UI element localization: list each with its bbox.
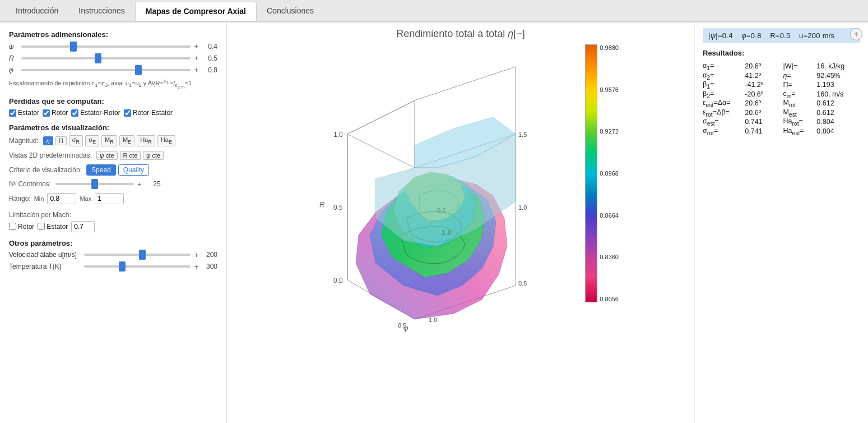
vista-r[interactable]: R cte xyxy=(120,151,141,160)
svg-text:1.5: 1.5 xyxy=(518,131,527,138)
visualizacion-title: Parámetros de visualización: xyxy=(9,123,217,132)
mach-value-input[interactable] xyxy=(71,221,95,232)
cb-mach-estator-input[interactable] xyxy=(38,223,45,230)
phi-slider[interactable] xyxy=(21,69,191,71)
vistas-row: Vistas 2D predeterminadas: ψ cte R cte φ… xyxy=(9,151,217,160)
tab-instrucciones[interactable]: Instrucciones xyxy=(68,2,134,20)
mag-btn-sigr[interactable]: σR xyxy=(69,135,83,146)
tab-conclusiones[interactable]: Conclusiones xyxy=(257,2,324,20)
cb-rotor-input[interactable] xyxy=(43,109,50,117)
cb-rotor[interactable]: Rotor xyxy=(43,109,68,117)
r-slider[interactable] xyxy=(21,57,191,59)
cb-estator-rotor[interactable]: Estator-Rotor xyxy=(71,109,120,117)
res-cm-val: 160. m/s xyxy=(815,90,860,99)
rango-max-input[interactable] xyxy=(95,193,124,204)
svg-text:0.5: 0.5 xyxy=(518,280,527,287)
magnitud-row: Magnitud: η Π σR σE MR ME HaR HaE xyxy=(9,135,217,146)
tab-bar: Introducción Instrucciones Mapas de Comp… xyxy=(0,0,868,22)
mag-btn-me[interactable]: ME xyxy=(119,135,134,146)
magnitud-label: Magnitud: xyxy=(9,137,39,145)
criterio-speed[interactable]: Speed xyxy=(86,164,116,176)
r-label: R xyxy=(9,54,19,62)
tab-introduccion[interactable]: Introducción xyxy=(6,2,68,20)
res-a1-key: α1= xyxy=(703,62,745,71)
res-b2-val: -20.6º xyxy=(745,90,783,99)
res-sest-val: 0.741 xyxy=(745,117,783,127)
r-plus[interactable]: + xyxy=(193,54,199,62)
cb-mach-estator[interactable]: Estator xyxy=(38,223,68,231)
res-haest-key: Haest= xyxy=(783,127,814,136)
mag-btn-pi[interactable]: Π xyxy=(55,136,67,145)
tab-mapas[interactable]: Mapas de Compresor Axial xyxy=(135,2,257,21)
mag-btn-hae[interactable]: HaE xyxy=(157,135,175,146)
velocidad-value: 200 xyxy=(202,251,217,259)
mag-btn-har[interactable]: HaR xyxy=(137,135,155,146)
temperatura-slider-row: Temperatura T(K) + 300 xyxy=(9,263,217,271)
results-row-8: σrot= 0.741 Haest= 0.804 xyxy=(703,127,860,136)
res-a2-val: 41.2º xyxy=(745,71,783,81)
parametros-title: Parámetros adimensionales: xyxy=(9,30,217,39)
mag-btn-mr[interactable]: MR xyxy=(101,135,117,146)
cb-mach-rotor[interactable]: Rotor xyxy=(9,223,34,231)
otros-title: Otros parámetros: xyxy=(9,239,217,247)
velocidad-slider[interactable] xyxy=(84,254,191,256)
mag-btn-sige[interactable]: σE xyxy=(85,135,99,146)
res-pi-val: 1.193 xyxy=(815,80,860,90)
res-erot-val: 20.6º xyxy=(745,108,783,118)
res-cm-key: cm= xyxy=(783,90,814,99)
mach-title: Limitación por Mach: xyxy=(9,211,217,219)
main-layout: Parámetros adimensionales: ψ + 0.4 R + 0… xyxy=(0,22,868,423)
add-button[interactable]: + xyxy=(850,28,862,40)
contornos-plus[interactable]: + xyxy=(136,180,143,188)
psi-label: ψ xyxy=(9,43,19,50)
temperatura-label: Temperatura T(K) xyxy=(9,263,82,270)
content-area: + Rendimiento total a total η[−] xyxy=(227,22,868,423)
velocidad-plus[interactable]: + xyxy=(193,251,199,259)
cb-rotor-estator[interactable]: Rotor-Estator xyxy=(124,109,173,117)
res-haest-val: 0.804 xyxy=(815,127,860,136)
svg-text:0.5: 0.5 xyxy=(398,322,406,329)
cb-estator-rotor-input[interactable] xyxy=(71,109,78,117)
rango-row: Rango: Min Max xyxy=(9,193,217,204)
phi-plus[interactable]: + xyxy=(193,66,199,74)
criterio-label: Criterio de visualización: xyxy=(9,166,82,174)
res-erot-key: εrot=Δβ= xyxy=(703,108,745,118)
svg-text:1.0: 1.0 xyxy=(429,316,437,323)
vista-psi[interactable]: ψ cte xyxy=(96,151,118,160)
results-row-1: α1= 20.6º |W|= 16. kJ/kg xyxy=(703,62,860,71)
perdidas-checkboxes: Estator Rotor Estator-Rotor Rotor-Estato… xyxy=(9,109,217,117)
mag-btn-eta[interactable]: η xyxy=(43,136,53,145)
contornos-slider[interactable] xyxy=(55,183,134,185)
psi-slider[interactable] xyxy=(21,45,191,48)
phi-label: φ xyxy=(9,66,19,74)
rango-min-input[interactable] xyxy=(47,193,76,204)
rango-max-label: Max xyxy=(80,195,91,202)
cb-rotor-estator-input[interactable] xyxy=(124,109,131,117)
colorbar-label-4: 0.8664 xyxy=(600,212,619,219)
velocidad-label: Velocidad álabe u[m/s] xyxy=(9,251,82,259)
cb-estator[interactable]: Estator xyxy=(9,109,39,117)
svg-text:0.5: 0.5 xyxy=(333,204,343,212)
temperatura-plus[interactable]: + xyxy=(193,263,199,271)
cb-mach-rotor-input[interactable] xyxy=(9,223,16,230)
res-eta-val: 92.45% xyxy=(815,71,860,81)
colorbar-wrap: 0.9880 0.9576 0.9272 0.8968 0.8664 0.836… xyxy=(585,44,619,302)
contornos-row: Nº Contornos: + 25 xyxy=(9,180,217,188)
svg-text:1.0: 1.0 xyxy=(333,131,343,139)
criterio-quality[interactable]: Quality xyxy=(118,164,149,176)
results-panel: |ψ|=0.4 φ=0.8 R=0.5 u=200 m/s Resultados… xyxy=(694,22,868,423)
cb-estator-input[interactable] xyxy=(9,109,16,117)
chart-wrapper: 1.0 0.5 0.0 R φ 0.5 1.0 1.5 1.0 0.5 xyxy=(303,44,619,336)
svg-line-8 xyxy=(415,67,516,100)
colorbar-label-6: 0.8056 xyxy=(600,296,619,302)
results-row-5: εest=Δα= 20.6º Mrot 0.612 xyxy=(703,99,860,108)
r-slider-row: R + 0.5 xyxy=(9,54,217,62)
colorbar-gradient xyxy=(585,44,597,302)
res-sest-key: σest= xyxy=(703,117,745,127)
psi-plus[interactable]: + xyxy=(193,42,199,50)
results-row-7: σest= 0.741 Harot= 0.804 xyxy=(703,117,860,127)
temperatura-slider[interactable] xyxy=(84,265,191,268)
mach-row: Rotor Estator xyxy=(9,221,217,232)
vista-phi[interactable]: φ cte xyxy=(143,151,164,160)
results-row-6: εrot=Δβ= 20.6º Mest 0.612 xyxy=(703,108,860,118)
